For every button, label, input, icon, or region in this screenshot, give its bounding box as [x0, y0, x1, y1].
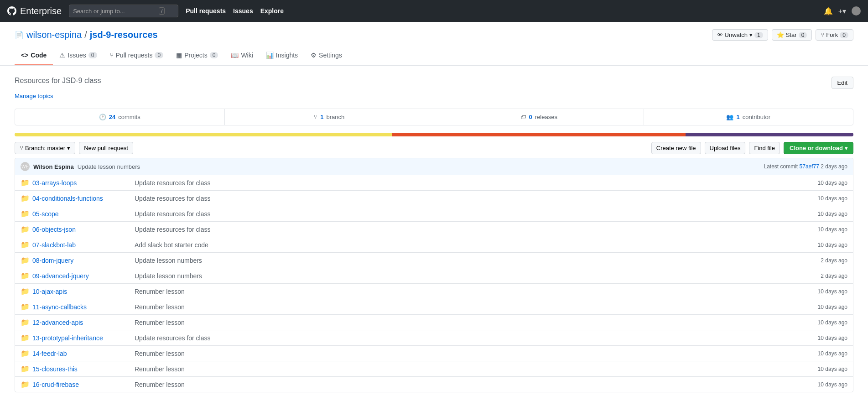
repo-icon: 📄 — [15, 31, 24, 39]
commits-label: commits — [118, 114, 140, 120]
file-name-col: 📁 05-scope — [21, 209, 135, 218]
file-name-link[interactable]: 16-crud-firebase — [32, 381, 79, 388]
fork-icon: ⑂ — [821, 31, 824, 38]
create-new-file-button[interactable]: Create new file — [651, 142, 701, 154]
tab-code[interactable]: <> Code — [15, 46, 53, 65]
star-count: 0 — [799, 32, 807, 38]
repo-owner-link[interactable]: wilson-espina — [26, 30, 82, 40]
watch-dropdown: ▾ — [749, 31, 753, 38]
folder-icon: 📁 — [21, 380, 30, 389]
new-pull-request-button[interactable]: New pull request — [79, 142, 133, 154]
new-menu-button[interactable]: +▾ — [838, 7, 846, 16]
repo-title: 📄 wilson-espina / jsd-9-resources — [15, 30, 158, 40]
latest-commit-row: WE Wilson Espina Update lesson numbers L… — [15, 158, 853, 175]
branches-count[interactable]: 1 — [320, 114, 323, 120]
file-name-col: 📁 09-advanced-jquery — [21, 271, 135, 280]
file-actions-left: ⑂ Branch: master ▾ New pull request — [15, 142, 133, 154]
watch-button[interactable]: 👁 Unwatch ▾ 1 — [712, 29, 768, 41]
nav-links: Pull requests Issues Explore — [186, 7, 284, 15]
file-message-col: Renumber lesson — [135, 303, 793, 311]
issues-icon: ⚠ — [59, 52, 65, 59]
file-name-link[interactable]: 15-closures-this — [32, 365, 78, 373]
branches-label: branch — [326, 114, 344, 120]
commits-count[interactable]: 24 — [109, 114, 115, 120]
commit-hash-link[interactable]: 57aef77 — [800, 163, 819, 170]
find-file-button[interactable]: Find file — [749, 142, 780, 154]
stat-branches[interactable]: ⑂ 1 branch — [225, 109, 435, 125]
tab-projects[interactable]: ▦ Projects 0 — [170, 46, 224, 65]
notifications-button[interactable]: 🔔 — [824, 7, 833, 16]
file-name-link[interactable]: 10-ajax-apis — [32, 288, 67, 295]
contributors-count[interactable]: 1 — [736, 114, 739, 120]
tab-insights[interactable]: 📊 Insights — [260, 46, 304, 65]
wiki-icon: 📖 — [231, 52, 239, 59]
nav-issues[interactable]: Issues — [233, 7, 253, 15]
folder-icon: 📁 — [21, 256, 30, 265]
table-row: 📁 16-crud-firebase Renumber lesson 10 da… — [15, 377, 853, 392]
file-name-link[interactable]: 14-feedr-lab — [32, 350, 67, 357]
releases-count[interactable]: 0 — [529, 114, 532, 120]
star-label: Star — [786, 31, 797, 38]
fork-button[interactable]: ⑂ Fork 0 — [816, 29, 853, 41]
file-time-col: 10 days ago — [793, 195, 847, 202]
file-message-col: Add slack bot starter code — [135, 241, 793, 249]
user-avatar[interactable] — [852, 6, 861, 16]
commit-row-right: Latest commit 57aef77 2 days ago — [764, 163, 848, 170]
file-name-link[interactable]: 03-arrays-loops — [32, 179, 77, 187]
star-icon: ⭐ — [777, 31, 784, 38]
file-message-col: Update resources for class — [135, 334, 793, 342]
file-time-col: 10 days ago — [793, 180, 847, 186]
search-input[interactable] — [73, 8, 155, 15]
file-rows: 📁 03-arrays-loops Update resources for c… — [15, 175, 853, 392]
file-message-col: Renumber lesson — [135, 365, 793, 373]
clone-or-download-button[interactable]: Clone or download ▾ — [784, 142, 853, 154]
table-row: 📁 08-dom-jquery Update lesson numbers 2 … — [15, 253, 853, 268]
eye-icon: 👁 — [717, 31, 723, 38]
nav-actions: 🔔 +▾ — [824, 6, 861, 16]
star-button[interactable]: ⭐ Star 0 — [772, 29, 812, 41]
file-name-link[interactable]: 11-async-callbacks — [32, 303, 87, 311]
file-name-link[interactable]: 13-prototypal-inheritance — [32, 334, 103, 342]
nav-pull-requests[interactable]: Pull requests — [186, 7, 226, 15]
edit-button[interactable]: Edit — [832, 77, 853, 89]
branch-selector[interactable]: ⑂ Branch: master ▾ — [15, 142, 75, 154]
file-name-link[interactable]: 07-slackbot-lab — [32, 241, 76, 249]
code-icon: <> — [21, 52, 28, 59]
file-message-col: Renumber lesson — [135, 288, 793, 295]
repo-name-link[interactable]: jsd-9-resources — [90, 30, 158, 40]
stats-bar: 🕐 24 commits ⑂ 1 branch 🏷 0 releases 👥 1… — [15, 109, 853, 125]
folder-icon: 📁 — [21, 349, 30, 358]
folder-icon: 📁 — [21, 318, 30, 327]
file-name-link[interactable]: 05-scope — [32, 210, 59, 218]
tab-wiki[interactable]: 📖 Wiki — [224, 46, 259, 65]
stat-contributors[interactable]: 👥 1 contributor — [644, 109, 853, 125]
tab-issues[interactable]: ⚠ Issues 0 — [53, 46, 103, 65]
tab-pull-requests[interactable]: ⑂ Pull requests 0 — [104, 46, 170, 65]
watch-count: 1 — [754, 32, 763, 38]
fork-label: Fork — [826, 31, 838, 38]
commit-message: Update lesson numbers — [78, 163, 140, 170]
clone-label: Clone or download — [790, 145, 843, 151]
github-logo[interactable]: Enterprise — [7, 6, 62, 16]
upload-files-button[interactable]: Upload files — [705, 142, 746, 154]
folder-icon: 📁 — [21, 271, 30, 280]
nav-explore[interactable]: Explore — [260, 7, 284, 15]
watch-label: Unwatch — [725, 31, 748, 38]
file-name-link[interactable]: 09-advanced-jquery — [32, 272, 89, 280]
repo-description: Resources for JSD-9 class Edit — [15, 77, 853, 89]
stat-commits[interactable]: 🕐 24 commits — [15, 109, 225, 125]
tab-settings[interactable]: ⚙ Settings — [304, 46, 348, 65]
file-name-link[interactable]: 06-objects-json — [32, 226, 76, 233]
repo-header: 📄 wilson-espina / jsd-9-resources 👁 Unwa… — [0, 22, 868, 66]
file-name-link[interactable]: 04-conditionals-functions — [32, 195, 103, 202]
table-row: 📁 11-async-callbacks Renumber lesson 10 … — [15, 299, 853, 315]
file-name-col: 📁 08-dom-jquery — [21, 256, 135, 265]
file-name-col: 📁 04-conditionals-functions — [21, 194, 135, 203]
search-box[interactable]: / — [69, 5, 178, 17]
table-row: 📁 10-ajax-apis Renumber lesson 10 days a… — [15, 284, 853, 299]
file-name-link[interactable]: 08-dom-jquery — [32, 257, 73, 264]
manage-topics-link[interactable]: Manage topics — [15, 93, 853, 99]
file-message-col: Update lesson numbers — [135, 272, 793, 280]
stat-releases[interactable]: 🏷 0 releases — [434, 109, 644, 125]
file-name-link[interactable]: 12-advanced-apis — [32, 319, 83, 326]
